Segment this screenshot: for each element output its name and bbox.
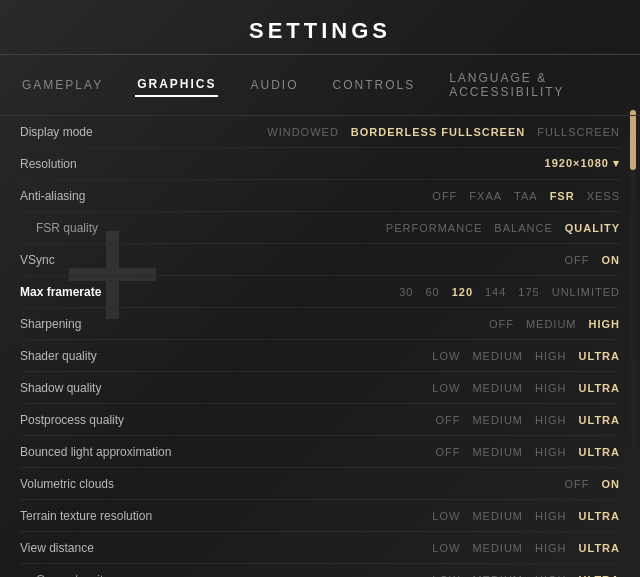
- opt-fsr[interactable]: FSR: [550, 190, 575, 202]
- opt-175[interactable]: 175: [518, 286, 539, 298]
- opt-ultra[interactable]: ULTRA: [579, 350, 620, 362]
- setting-options: OFF MEDIUM HIGH ULTRA: [435, 446, 620, 458]
- opt-high[interactable]: HIGH: [535, 446, 567, 458]
- tab-graphics[interactable]: GRAPHICS: [135, 73, 218, 97]
- opt-low[interactable]: LOW: [432, 574, 460, 578]
- setting-fsr-quality: FSR quality PERFORMANCE BALANCE QUALITY: [20, 212, 620, 244]
- opt-on[interactable]: ON: [602, 254, 621, 266]
- opt-off[interactable]: OFF: [435, 414, 460, 426]
- nav-tabs: GAMEPLAY GRAPHICS AUDIO CONTROLS LANGUAG…: [0, 55, 640, 116]
- setting-label: View distance: [20, 541, 200, 555]
- setting-shader-quality: Shader quality LOW MEDIUM HIGH ULTRA: [20, 340, 620, 372]
- opt-off[interactable]: OFF: [435, 446, 460, 458]
- opt-120[interactable]: 120: [452, 286, 473, 298]
- settings-header: SETTINGS: [0, 0, 640, 55]
- setting-grass-density: Grass density LOW MEDIUM HIGH ULTRA: [20, 564, 620, 577]
- opt-high[interactable]: HIGH: [535, 350, 567, 362]
- opt-ultra[interactable]: ULTRA: [579, 446, 620, 458]
- setting-label: Bounced light approximation: [20, 445, 200, 459]
- setting-label: Shader quality: [20, 349, 200, 363]
- setting-anti-aliasing: Anti-aliasing OFF FXAA TAA FSR XESS: [20, 180, 620, 212]
- opt-ultra[interactable]: ULTRA: [579, 574, 620, 578]
- opt-off[interactable]: OFF: [565, 254, 590, 266]
- opt-60[interactable]: 60: [425, 286, 439, 298]
- opt-medium[interactable]: MEDIUM: [472, 414, 523, 426]
- opt-off[interactable]: OFF: [489, 318, 514, 330]
- opt-resolution-value[interactable]: 1920×1080 ▾: [545, 157, 620, 170]
- opt-medium[interactable]: MEDIUM: [472, 542, 523, 554]
- setting-options: OFF FXAA TAA FSR XESS: [432, 190, 620, 202]
- opt-fxaa[interactable]: FXAA: [469, 190, 502, 202]
- tab-audio[interactable]: AUDIO: [248, 74, 300, 96]
- setting-label: Resolution: [20, 157, 200, 171]
- opt-high[interactable]: HIGH: [535, 542, 567, 554]
- setting-options: PERFORMANCE BALANCE QUALITY: [386, 222, 620, 234]
- opt-144[interactable]: 144: [485, 286, 506, 298]
- setting-options: OFF ON: [565, 478, 621, 490]
- tab-controls[interactable]: CONTROLS: [331, 74, 418, 96]
- opt-xess[interactable]: XESS: [587, 190, 620, 202]
- setting-sharpening: Sharpening OFF MEDIUM HIGH: [20, 308, 620, 340]
- setting-resolution: Resolution 1920×1080 ▾: [20, 148, 620, 180]
- setting-options: 1920×1080 ▾: [545, 157, 620, 170]
- opt-fullscreen[interactable]: FULLSCREEN: [537, 126, 620, 138]
- opt-30[interactable]: 30: [399, 286, 413, 298]
- setting-label: Postprocess quality: [20, 413, 200, 427]
- opt-medium[interactable]: MEDIUM: [472, 446, 523, 458]
- opt-unlimited[interactable]: UNLIMITED: [552, 286, 620, 298]
- page-title: SETTINGS: [0, 18, 640, 44]
- opt-medium[interactable]: MEDIUM: [526, 318, 577, 330]
- settings-content: Display mode WINDOWED BORDERLESS FULLSCR…: [0, 116, 640, 577]
- opt-high[interactable]: HIGH: [589, 318, 621, 330]
- setting-label: Shadow quality: [20, 381, 200, 395]
- setting-options: OFF MEDIUM HIGH: [489, 318, 620, 330]
- opt-medium[interactable]: MEDIUM: [472, 574, 523, 578]
- opt-high[interactable]: HIGH: [535, 510, 567, 522]
- opt-taa[interactable]: TAA: [514, 190, 538, 202]
- opt-low[interactable]: LOW: [432, 542, 460, 554]
- setting-label: Grass density: [20, 573, 200, 578]
- setting-bounced-light: Bounced light approximation OFF MEDIUM H…: [20, 436, 620, 468]
- setting-shadow-quality: Shadow quality LOW MEDIUM HIGH ULTRA: [20, 372, 620, 404]
- opt-high[interactable]: HIGH: [535, 414, 567, 426]
- opt-ultra[interactable]: ULTRA: [579, 510, 620, 522]
- opt-medium[interactable]: MEDIUM: [472, 510, 523, 522]
- opt-ultra[interactable]: ULTRA: [579, 542, 620, 554]
- opt-high[interactable]: HIGH: [535, 574, 567, 578]
- opt-medium[interactable]: MEDIUM: [472, 350, 523, 362]
- opt-low[interactable]: LOW: [432, 382, 460, 394]
- setting-max-framerate: Max framerate 30 60 120 144 175 UNLIMITE…: [20, 276, 620, 308]
- opt-ultra[interactable]: ULTRA: [579, 382, 620, 394]
- opt-performance[interactable]: PERFORMANCE: [386, 222, 483, 234]
- setting-options: 30 60 120 144 175 UNLIMITED: [399, 286, 620, 298]
- opt-high[interactable]: HIGH: [535, 382, 567, 394]
- opt-medium[interactable]: MEDIUM: [472, 382, 523, 394]
- setting-options: WINDOWED BORDERLESS FULLSCREEN FULLSCREE…: [267, 126, 620, 138]
- setting-terrain-texture: Terrain texture resolution LOW MEDIUM HI…: [20, 500, 620, 532]
- setting-label: FSR quality: [20, 221, 200, 235]
- setting-options: LOW MEDIUM HIGH ULTRA: [432, 382, 620, 394]
- opt-ultra[interactable]: ULTRA: [579, 414, 620, 426]
- opt-low[interactable]: LOW: [432, 350, 460, 362]
- tab-language[interactable]: LANGUAGE & ACCESSIBILITY: [447, 67, 620, 103]
- setting-options: OFF MEDIUM HIGH ULTRA: [435, 414, 620, 426]
- setting-label: Terrain texture resolution: [20, 509, 200, 523]
- setting-label: Anti-aliasing: [20, 189, 200, 203]
- opt-low[interactable]: LOW: [432, 510, 460, 522]
- opt-quality[interactable]: QUALITY: [565, 222, 620, 234]
- opt-off[interactable]: OFF: [565, 478, 590, 490]
- opt-borderless-fullscreen[interactable]: BORDERLESS FULLSCREEN: [351, 126, 525, 138]
- opt-windowed[interactable]: WINDOWED: [267, 126, 339, 138]
- setting-label: Volumetric clouds: [20, 477, 200, 491]
- opt-balance[interactable]: BALANCE: [494, 222, 552, 234]
- setting-options: LOW MEDIUM HIGH ULTRA: [432, 542, 620, 554]
- setting-view-distance: View distance LOW MEDIUM HIGH ULTRA: [20, 532, 620, 564]
- setting-display-mode: Display mode WINDOWED BORDERLESS FULLSCR…: [20, 116, 620, 148]
- setting-label: Sharpening: [20, 317, 200, 331]
- setting-vsync: VSync OFF ON: [20, 244, 620, 276]
- opt-on[interactable]: ON: [602, 478, 621, 490]
- setting-postprocess-quality: Postprocess quality OFF MEDIUM HIGH ULTR…: [20, 404, 620, 436]
- tab-gameplay[interactable]: GAMEPLAY: [20, 74, 105, 96]
- opt-off[interactable]: OFF: [432, 190, 457, 202]
- setting-volumetric-clouds: Volumetric clouds OFF ON: [20, 468, 620, 500]
